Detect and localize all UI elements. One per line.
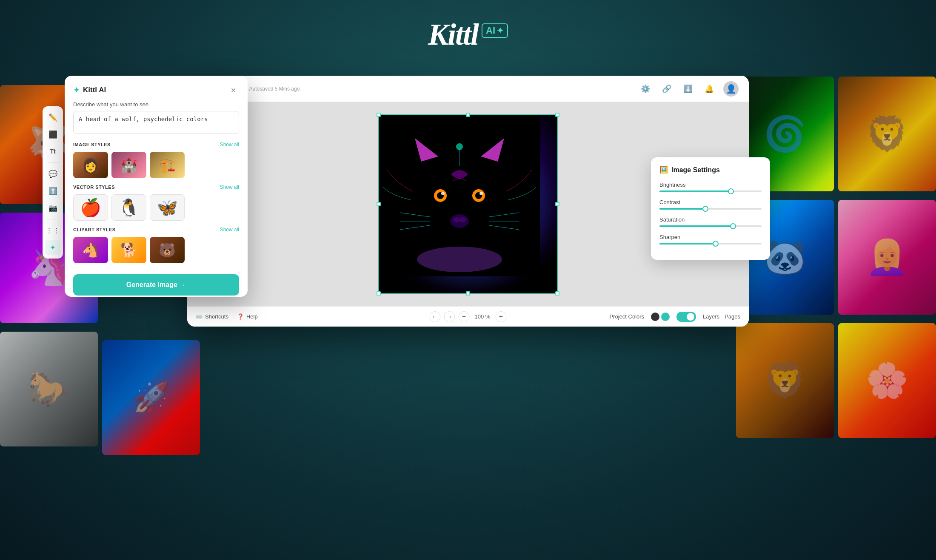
- color-dots: [651, 313, 670, 321]
- help-button[interactable]: ❓ Help: [237, 313, 258, 320]
- pages-tab[interactable]: Pages: [725, 313, 740, 320]
- settings-icon[interactable]: ⚙️: [638, 82, 653, 96]
- image-style-3[interactable]: 🏗️: [150, 152, 185, 178]
- shortcuts-button[interactable]: ⌨️ Shortcuts: [196, 313, 228, 320]
- project-colors-label: Project Colors: [609, 313, 644, 320]
- ai-panel-title-text: Kittl AI: [83, 86, 106, 94]
- generate-image-button[interactable]: Generate Image →: [73, 274, 239, 296]
- contrast-thumb[interactable]: [702, 206, 708, 212]
- topbar-actions: ⚙️ 🔗 ⬇️ 🔔 👤: [638, 81, 739, 97]
- brightness-thumb[interactable]: [728, 188, 734, 194]
- user-avatar[interactable]: 👤: [723, 81, 739, 97]
- image-style-1-img: 👩: [73, 152, 108, 178]
- logo-text: Kittl: [428, 17, 478, 52]
- logo-badge-text: AI: [486, 25, 495, 36]
- sharpen-row: Sharpen: [659, 234, 762, 244]
- svg-point-17: [459, 217, 466, 222]
- clipart-styles-header: CLIPART STYLES Show all: [73, 227, 239, 233]
- vector-style-3-img: 🦋: [150, 195, 184, 220]
- svg-point-19: [456, 143, 463, 150]
- editor-topbar: ✏️ Project Title Autosaved 5 Mins ago ⚙️…: [187, 76, 749, 102]
- image-style-thumbnails: 👩 🏰 🏗️: [73, 152, 239, 178]
- selection-handle-tl[interactable]: [377, 113, 381, 117]
- selection-handle-bm[interactable]: [466, 291, 470, 296]
- vector-style-1[interactable]: 🍎: [73, 194, 108, 221]
- sharpen-thumb[interactable]: [713, 241, 719, 247]
- layout-tool-button[interactable]: ⬛: [45, 127, 60, 142]
- contrast-slider[interactable]: [659, 208, 762, 210]
- clipart-style-2[interactable]: 🐕: [111, 237, 146, 263]
- svg-point-13: [441, 192, 445, 195]
- share-icon[interactable]: 🔗: [659, 82, 674, 96]
- layers-tab[interactable]: Layers: [703, 313, 719, 320]
- wolf-image: [379, 115, 557, 293]
- shortcuts-label: Shortcuts: [205, 313, 228, 320]
- editor-bottombar: ⌨️ Shortcuts ❓ Help ← → − 100 % + Projec…: [187, 306, 749, 327]
- clipart-style-1[interactable]: 🐴: [73, 237, 108, 263]
- help-label: Help: [246, 313, 258, 320]
- help-icon: ❓: [237, 313, 244, 320]
- edit-tool-button[interactable]: ✏️: [45, 110, 60, 125]
- image-styles-show-all[interactable]: Show all: [220, 142, 239, 148]
- camera-tool-button[interactable]: 📷: [45, 200, 60, 216]
- text-tool-button[interactable]: Tt: [45, 144, 60, 159]
- vector-styles-header: VECTOR STYLES Show all: [73, 184, 239, 190]
- vector-style-2[interactable]: 🐧: [111, 194, 146, 221]
- image-style-1[interactable]: 👩: [73, 152, 108, 178]
- saturation-thumb[interactable]: [730, 223, 736, 229]
- selection-handle-mr[interactable]: [555, 202, 559, 206]
- image-style-2-img: 🏰: [111, 152, 146, 178]
- saturation-label: Saturation: [659, 216, 762, 223]
- ai-panel-close-button[interactable]: ✕: [227, 84, 239, 96]
- saturation-row: Saturation: [659, 216, 762, 227]
- clipart-style-3[interactable]: 🐻: [150, 237, 185, 263]
- image-style-2[interactable]: 🏰: [111, 152, 146, 178]
- brightness-row: Brightness: [659, 182, 762, 192]
- svg-point-14: [479, 192, 483, 195]
- logo-sparkle-icon: ✦: [497, 26, 504, 36]
- contrast-fill: [659, 208, 705, 210]
- grid-tool-button[interactable]: ⋮⋮: [45, 223, 60, 238]
- contrast-row: Contrast: [659, 199, 762, 210]
- dark-mode-toggle[interactable]: [676, 312, 696, 322]
- sharpen-slider[interactable]: [659, 243, 762, 244]
- brightness-slider[interactable]: [659, 190, 762, 192]
- notification-icon[interactable]: 🔔: [702, 82, 716, 96]
- zoom-in-button[interactable]: +: [496, 311, 507, 322]
- layers-pages: Layers Pages: [703, 313, 740, 320]
- saturation-fill: [659, 225, 733, 227]
- vector-style-1-img: 🍎: [74, 195, 108, 220]
- vector-styles-show-all[interactable]: Show all: [220, 184, 239, 190]
- selection-handle-br[interactable]: [555, 291, 559, 296]
- selection-handle-bl[interactable]: [377, 291, 381, 296]
- tool-divider-2: [47, 219, 59, 219]
- upload-tool-button[interactable]: ⬆️: [45, 183, 60, 199]
- clipart-style-thumbnails: 🐴 🐕 🐻: [73, 237, 239, 263]
- selection-handle-ml[interactable]: [377, 202, 381, 206]
- brightness-label: Brightness: [659, 182, 762, 188]
- ai-panel: ✦ Kittl AI ✕ Describe what you want to s…: [65, 76, 248, 297]
- ai-tool-button[interactable]: ✦: [45, 240, 60, 255]
- image-settings-icon: 🖼️: [659, 166, 668, 174]
- keyboard-icon: ⌨️: [196, 313, 203, 320]
- selection-handle-tr[interactable]: [555, 113, 559, 117]
- describe-input[interactable]: [73, 111, 239, 134]
- clipart-styles-show-all[interactable]: Show all: [220, 227, 239, 233]
- download-icon[interactable]: ⬇️: [681, 82, 695, 96]
- selection-handle-tm[interactable]: [466, 113, 470, 117]
- describe-label: Describe what you want to see.: [73, 101, 239, 108]
- vector-style-3[interactable]: 🦋: [150, 194, 185, 221]
- zoom-out-button[interactable]: −: [459, 311, 470, 322]
- saturation-slider[interactable]: [659, 225, 762, 227]
- color-dot-teal[interactable]: [661, 313, 670, 321]
- wolf-canvas[interactable]: [379, 115, 557, 293]
- generate-image-label: Generate Image →: [126, 281, 186, 289]
- zoom-back-button[interactable]: ←: [430, 311, 441, 322]
- color-dot-dark[interactable]: [651, 313, 659, 321]
- autosaved-status: Autosaved 5 Mins ago: [249, 86, 300, 92]
- ai-panel-body: Describe what you want to see. IMAGE STY…: [65, 96, 248, 268]
- shape-tool-button[interactable]: 💬: [45, 166, 60, 182]
- wolf-svg: [379, 115, 540, 276]
- contrast-label: Contrast: [659, 199, 762, 205]
- zoom-forward-button[interactable]: →: [444, 311, 455, 322]
